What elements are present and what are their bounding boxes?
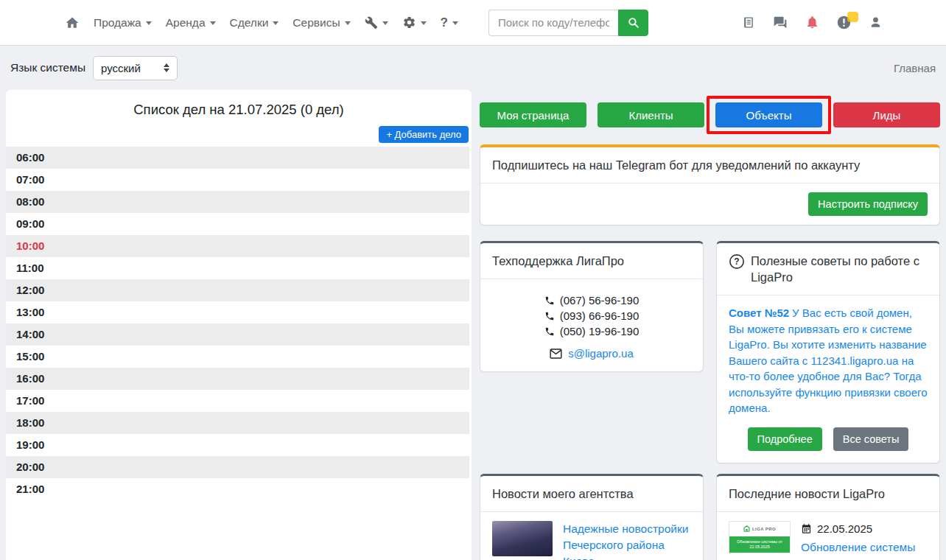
time-slot-row[interactable]: 21:00 bbox=[6, 478, 469, 500]
nav-menu-services-label: Сервисы bbox=[292, 16, 340, 29]
time-slot-row[interactable]: 10:00 bbox=[6, 235, 469, 257]
time-label: 19:00 bbox=[16, 438, 44, 451]
time-slot-row[interactable]: 06:00 bbox=[6, 147, 469, 169]
phone-row: (067) 56-96-190 bbox=[492, 293, 691, 308]
phone-icon bbox=[544, 295, 555, 306]
time-slot-row[interactable]: 20:00 bbox=[6, 456, 469, 478]
ligapro-news-link[interactable]: Обновление системы от 22.05.2025 bbox=[801, 539, 928, 560]
time-slot-row[interactable]: 12:00 bbox=[6, 279, 469, 301]
phone-row: (093) 66-96-190 bbox=[492, 308, 691, 323]
search-button[interactable] bbox=[618, 10, 648, 36]
tip-text: У Вас есть свой домен, Вы можете привяза… bbox=[729, 307, 928, 414]
ligapro-news-item: LIGA PRO Обновление системы от 22.05.202… bbox=[717, 512, 939, 560]
news-thumbnail-city[interactable] bbox=[492, 521, 553, 556]
time-slot-row[interactable]: 16:00 bbox=[6, 368, 469, 390]
time-slot-row[interactable]: 17:00 bbox=[6, 390, 469, 412]
subheader: Язык системы русский Главная bbox=[0, 46, 946, 90]
tip-number: Совет №52 bbox=[729, 307, 789, 319]
support-title: Техподдержка ЛигаПро bbox=[480, 243, 703, 279]
support-email-link[interactable]: s@ligapro.ua bbox=[568, 347, 634, 360]
home-icon[interactable] bbox=[65, 15, 80, 30]
select-arrows-icon bbox=[164, 63, 169, 72]
time-label: 06:00 bbox=[16, 151, 44, 164]
time-label: 10:00 bbox=[16, 239, 44, 252]
leads-button[interactable]: Лиды bbox=[833, 102, 940, 127]
time-label: 17:00 bbox=[16, 394, 44, 407]
agency-news-item: Надежные новостройки Печерского района К… bbox=[480, 512, 703, 560]
add-task-button[interactable]: + Добавить дело bbox=[379, 126, 469, 143]
chevron-down-icon bbox=[345, 21, 351, 25]
ligapro-logo-icon bbox=[743, 525, 750, 532]
phone-icon bbox=[544, 311, 555, 321]
time-slot-row[interactable]: 11:00 bbox=[6, 257, 469, 279]
language-label: Язык системы bbox=[10, 61, 85, 74]
time-label: 13:00 bbox=[16, 306, 44, 318]
svg-text:?: ? bbox=[734, 256, 739, 267]
time-slot-row[interactable]: 13:00 bbox=[6, 301, 469, 323]
time-slot-row[interactable]: 19:00 bbox=[6, 434, 469, 456]
chevron-down-icon bbox=[452, 21, 458, 25]
objects-button[interactable]: Объекты bbox=[715, 102, 822, 127]
ligapro-news-card: Последние новости LigaPro LIGA PRO Обнов… bbox=[716, 474, 940, 560]
time-label: 12:00 bbox=[16, 284, 44, 296]
tips-card: ? Полезные советы по работе с LigaPro Со… bbox=[716, 241, 940, 463]
notifications-bell-icon[interactable] bbox=[805, 15, 819, 30]
time-label: 11:00 bbox=[16, 262, 44, 274]
search-input[interactable] bbox=[488, 10, 618, 36]
my-page-button[interactable]: Моя страница bbox=[480, 102, 586, 127]
gear-icon bbox=[402, 15, 416, 29]
alerts-icon[interactable] bbox=[836, 15, 852, 30]
chevron-down-icon bbox=[382, 21, 388, 25]
time-slot-row[interactable]: 08:00 bbox=[6, 191, 469, 213]
time-slot-row[interactable]: 09:00 bbox=[6, 213, 469, 235]
question-circle-icon: ? bbox=[729, 253, 745, 270]
time-label: 07:00 bbox=[16, 173, 44, 186]
configure-subscription-button[interactable]: Настроить подписку bbox=[808, 192, 928, 216]
nav-help-menu[interactable]: ? bbox=[441, 15, 458, 30]
time-label: 21:00 bbox=[16, 483, 44, 495]
time-slot-row[interactable]: 07:00 bbox=[6, 169, 469, 191]
time-slot-row[interactable]: 14:00 bbox=[6, 323, 469, 346]
messages-icon[interactable] bbox=[772, 15, 788, 30]
tip-more-button[interactable]: Подробнее bbox=[748, 427, 822, 451]
time-label: 08:00 bbox=[16, 195, 44, 208]
ligapro-news-title: Последние новости LigaPro bbox=[717, 476, 939, 512]
nav-tools-menu[interactable] bbox=[365, 16, 388, 29]
calendar-icon bbox=[801, 523, 812, 534]
chevron-down-icon bbox=[210, 21, 216, 25]
agency-news-card: Новости моего агентства Надежные новостр… bbox=[480, 474, 704, 560]
todo-title: Список дел на 21.07.2025 (0 дел) bbox=[6, 90, 472, 118]
nav-menu-sales[interactable]: Продажа bbox=[94, 16, 152, 29]
ligapro-news-thumbnail[interactable]: LIGA PRO Обновление системы от 22.05.202… bbox=[729, 521, 791, 553]
journal-icon[interactable] bbox=[743, 15, 755, 29]
tips-title: Полезные советы по работе с LigaPro bbox=[751, 253, 928, 285]
time-label: 15:00 bbox=[16, 350, 44, 363]
nav-menu-services[interactable]: Сервисы bbox=[292, 16, 350, 29]
user-profile-icon[interactable] bbox=[869, 15, 883, 29]
nav-menu-deals[interactable]: Сделки bbox=[230, 16, 279, 29]
time-label: 18:00 bbox=[16, 416, 44, 429]
time-label: 09:00 bbox=[16, 217, 44, 230]
clients-button[interactable]: Клиенты bbox=[598, 102, 704, 127]
top-navbar: Продажа Аренда Сделки Сервисы ? bbox=[0, 0, 946, 46]
alert-count-badge bbox=[847, 12, 858, 22]
phone-number: (093) 66-96-190 bbox=[560, 309, 640, 322]
todo-panel: Список дел на 21.07.2025 (0 дел) + Добав… bbox=[6, 90, 472, 560]
all-tips-button[interactable]: Все советы bbox=[833, 427, 909, 451]
breadcrumb[interactable]: Главная bbox=[894, 62, 936, 74]
time-slot-row[interactable]: 15:00 bbox=[6, 346, 469, 368]
language-select[interactable]: русский bbox=[93, 56, 178, 80]
chevron-down-icon bbox=[421, 21, 427, 25]
nav-settings-menu[interactable] bbox=[402, 15, 427, 29]
tip-paragraph: Совет №52У Вас есть свой домен, Вы может… bbox=[729, 305, 928, 416]
nav-menu-sales-label: Продажа bbox=[94, 16, 141, 29]
time-slot-row[interactable]: 18:00 bbox=[6, 412, 469, 434]
nav-menu-rent[interactable]: Аренда bbox=[166, 16, 216, 29]
time-label: 16:00 bbox=[16, 372, 44, 385]
language-selected-value: русский bbox=[101, 62, 141, 74]
phone-row: (050) 19-96-190 bbox=[492, 323, 691, 339]
ligapro-logo-text: LIGA PRO bbox=[752, 527, 776, 531]
help-icon: ? bbox=[441, 15, 448, 30]
support-phone-list: (067) 56-96-190 (093) 66-96-190 (050) 19… bbox=[492, 293, 691, 339]
agency-news-link[interactable]: Надежные новостройки Печерского района К… bbox=[563, 521, 691, 560]
